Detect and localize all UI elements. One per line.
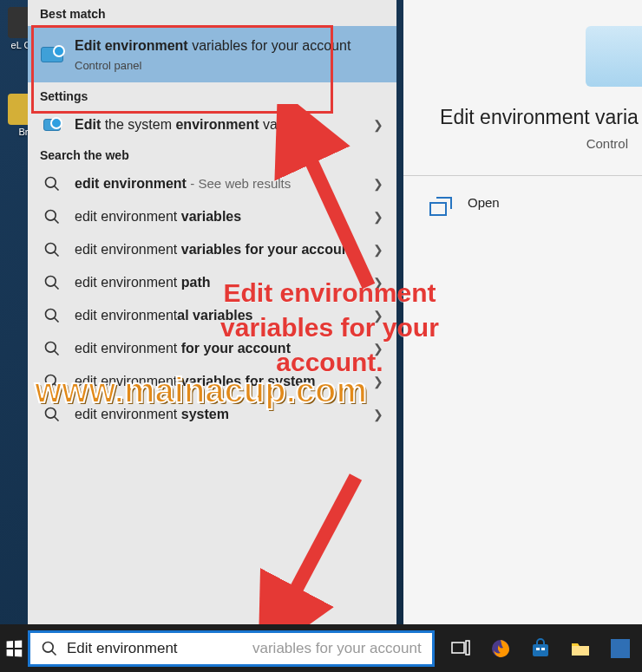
search-icon xyxy=(40,241,64,258)
chevron-right-icon[interactable]: ❯ xyxy=(370,210,386,224)
svg-rect-20 xyxy=(452,643,464,653)
svg-line-11 xyxy=(55,351,59,356)
chevron-right-icon[interactable]: ❯ xyxy=(370,118,386,132)
svg-line-19 xyxy=(52,650,56,655)
search-icon xyxy=(40,208,64,225)
search-input[interactable] xyxy=(67,640,251,657)
folder-icon xyxy=(570,638,591,659)
taskbar-search-box[interactable]: variables for your account xyxy=(28,630,435,667)
svg-line-3 xyxy=(55,219,59,224)
taskbar-pinned-apps xyxy=(443,630,638,667)
result-web-item[interactable]: edit environment variables❯ xyxy=(28,200,396,233)
task-view-button[interactable] xyxy=(443,630,478,667)
desktop-icon-label: Br xyxy=(19,127,29,137)
svg-rect-21 xyxy=(466,641,469,655)
svg-rect-23 xyxy=(533,644,548,656)
detail-illustration xyxy=(586,26,642,87)
start-button[interactable] xyxy=(0,624,28,672)
detail-subtitle: Control xyxy=(403,133,642,168)
svg-point-10 xyxy=(46,343,56,353)
search-ghost-text: variables for your account xyxy=(252,640,422,657)
svg-rect-25 xyxy=(541,648,545,650)
taskbar-app-explorer[interactable] xyxy=(563,630,598,667)
search-icon xyxy=(40,274,64,291)
taskbar-app-generic[interactable] xyxy=(603,630,638,667)
search-icon xyxy=(40,340,64,357)
chevron-right-icon[interactable]: ❯ xyxy=(370,177,386,191)
result-title: Edit environment variables for your acco… xyxy=(75,36,350,55)
annotation-text: Edit environmentvariables for your accou… xyxy=(174,276,486,380)
open-icon xyxy=(436,197,452,209)
result-title: edit environment variables for your acco… xyxy=(75,240,360,259)
svg-point-8 xyxy=(46,310,56,320)
svg-point-2 xyxy=(46,211,56,221)
result-subtitle: Control panel xyxy=(75,59,350,72)
store-icon xyxy=(530,638,551,659)
result-best-match[interactable]: Edit environment variables for your acco… xyxy=(28,26,396,82)
detail-action-open[interactable]: Open xyxy=(403,176,642,229)
svg-rect-26 xyxy=(572,646,589,656)
taskbar-app-store[interactable] xyxy=(523,630,558,667)
result-title: Edit the system environment variables xyxy=(75,115,360,134)
result-web-item[interactable]: edit environment - See web results❯ xyxy=(28,167,396,200)
search-icon xyxy=(40,307,64,324)
taskbar: variables for your account xyxy=(0,624,642,672)
result-title: edit environment - See web results xyxy=(75,174,360,193)
search-icon xyxy=(40,175,64,192)
detail-title: Edit environment varia xyxy=(436,95,642,133)
taskbar-app-firefox[interactable] xyxy=(483,630,518,667)
monitor-icon xyxy=(40,47,64,62)
svg-point-4 xyxy=(46,244,56,254)
chevron-right-icon[interactable]: ❯ xyxy=(370,408,386,421)
chevron-right-icon[interactable]: ❯ xyxy=(370,243,386,257)
svg-point-0 xyxy=(46,178,56,188)
section-header-settings: Settings xyxy=(28,82,396,108)
svg-line-7 xyxy=(55,285,59,290)
detail-action-label: Open xyxy=(468,195,500,210)
section-header-best-match: Best match xyxy=(28,0,396,26)
windows-logo-icon xyxy=(7,640,23,656)
result-web-item[interactable]: edit environment variables for your acco… xyxy=(28,233,396,266)
svg-rect-24 xyxy=(536,648,540,650)
svg-point-6 xyxy=(46,277,56,287)
search-icon xyxy=(41,640,58,657)
svg-line-5 xyxy=(55,252,59,257)
svg-line-9 xyxy=(55,318,59,323)
section-header-search-web: Search the web xyxy=(28,141,396,167)
result-settings-item[interactable]: Edit the system environment variables ❯ xyxy=(28,108,396,141)
task-view-icon xyxy=(450,638,471,659)
app-icon xyxy=(611,639,630,658)
monitor-icon xyxy=(40,119,64,131)
result-title: edit environment variables xyxy=(75,207,360,226)
svg-point-18 xyxy=(43,642,54,652)
svg-line-1 xyxy=(55,186,59,191)
watermark-text: www.mainacup.com xyxy=(35,371,367,410)
firefox-icon xyxy=(490,638,511,659)
svg-line-15 xyxy=(55,417,59,421)
